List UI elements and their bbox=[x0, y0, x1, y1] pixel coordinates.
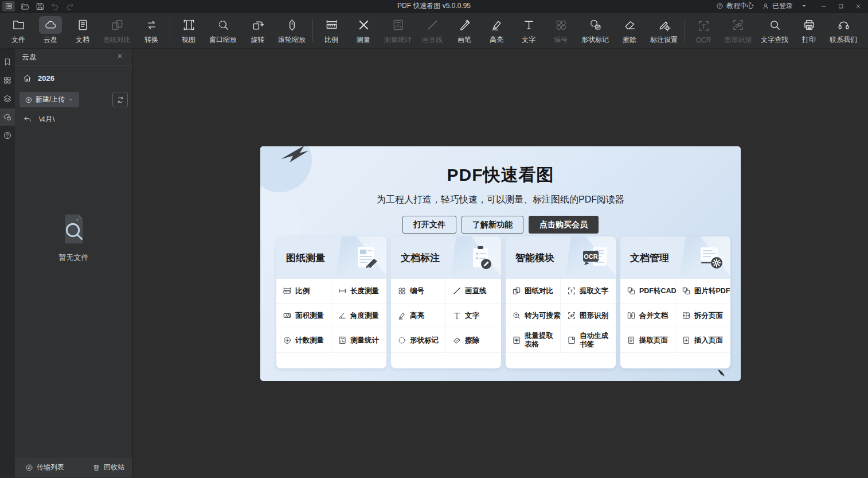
new-features-button[interactable]: 了解新功能 bbox=[462, 216, 523, 234]
card-item[interactable]: 计数测量 bbox=[276, 328, 331, 353]
buy-membership-button[interactable]: 点击购买会员 bbox=[529, 216, 599, 234]
card-item[interactable]: 画直线 bbox=[446, 279, 501, 304]
tool-cloud-drive[interactable]: 云盘 bbox=[34, 14, 67, 47]
maximize-button[interactable] bbox=[832, 0, 850, 13]
tool-pen[interactable]: 画笔 bbox=[448, 14, 480, 47]
card-item[interactable]: 比例 bbox=[276, 279, 331, 304]
headset-icon bbox=[837, 18, 850, 32]
tool-icon-box bbox=[246, 16, 269, 34]
transfer-list-label: 传输列表 bbox=[37, 463, 64, 472]
transfer-list-button[interactable]: 传输列表 bbox=[25, 463, 64, 472]
tool-shape-mark[interactable]: 形状标记 bbox=[577, 14, 613, 47]
tool-file[interactable]: 文件 bbox=[2, 14, 34, 47]
tool-icon-box bbox=[652, 16, 675, 34]
tool-highlight[interactable]: 高亮 bbox=[480, 14, 513, 47]
tool-label: 打印 bbox=[802, 35, 816, 45]
tool-text-search[interactable]: 文字查找 bbox=[756, 14, 793, 47]
app-logo-icon bbox=[2, 1, 15, 11]
tutorial-center-button[interactable]: 教程中心 bbox=[716, 1, 754, 11]
tool-erase[interactable]: 擦除 bbox=[613, 14, 646, 47]
it-table-icon bbox=[512, 336, 521, 345]
tool-text[interactable]: 文字 bbox=[513, 14, 545, 47]
rail-item-cloud-drive[interactable] bbox=[0, 108, 15, 126]
card-item[interactable]: 拆分页面 bbox=[675, 304, 730, 328]
tool-document[interactable]: 文档 bbox=[67, 14, 99, 47]
card-item[interactable]: 文字 bbox=[446, 304, 501, 328]
tool-rotate[interactable]: 旋转 bbox=[241, 14, 273, 47]
shape-recog-icon bbox=[732, 18, 745, 32]
chevron-down-icon[interactable] bbox=[801, 3, 807, 9]
card-item[interactable]: 编号 bbox=[391, 279, 446, 304]
minimize-button[interactable] bbox=[815, 0, 832, 13]
rail-item-thumbnails[interactable] bbox=[0, 72, 15, 89]
layers-icon bbox=[3, 94, 12, 103]
rail-item-bookmarks[interactable] bbox=[0, 53, 15, 71]
toolbar-separator bbox=[312, 19, 313, 42]
tool-window-zoom[interactable]: 窗口缩放 bbox=[205, 14, 241, 47]
home-folder-row[interactable]: 2026 bbox=[23, 74, 132, 83]
card-item[interactable]: 提取页面 bbox=[620, 328, 675, 353]
card-item[interactable]: 自动生成 书签 bbox=[561, 328, 616, 353]
tool-contact-us[interactable]: 联系我们 bbox=[825, 14, 862, 47]
card-item[interactable]: 角度测量 bbox=[331, 304, 386, 328]
it-searchable-icon bbox=[512, 311, 521, 320]
open-file-icon[interactable] bbox=[21, 2, 30, 11]
card-item[interactable]: 图形识别 bbox=[561, 304, 616, 328]
card-grid: 比例长度测量面积测量角度测量计数测量测量统计 bbox=[276, 279, 386, 353]
new-upload-button[interactable]: 新建/上传 bbox=[19, 92, 79, 107]
recycle-bin-button[interactable]: 回收站 bbox=[92, 463, 124, 472]
card-item[interactable]: 批量提取 表格 bbox=[506, 328, 561, 353]
user-icon bbox=[762, 2, 769, 10]
card-item[interactable]: 合并文档 bbox=[620, 304, 675, 328]
card-item[interactable]: 测量统计 bbox=[331, 328, 386, 353]
card-item[interactable]: 提取文字 bbox=[561, 279, 616, 304]
card-item-label: 比例 bbox=[295, 287, 310, 296]
card-item[interactable]: 高亮 bbox=[391, 304, 446, 328]
tool-icon-box bbox=[421, 16, 444, 34]
tool-annotation-settings[interactable]: 标注设置 bbox=[646, 14, 682, 47]
card-title: 图纸测量 bbox=[286, 251, 325, 265]
card-item[interactable]: 擦除 bbox=[446, 328, 501, 353]
tool-wheel-zoom[interactable]: 滚轮缩放 bbox=[273, 14, 310, 47]
tool-label: 比例 bbox=[324, 35, 338, 45]
card-item[interactable]: 形状标记 bbox=[391, 328, 446, 353]
tool-scale[interactable]: 比例 bbox=[315, 14, 347, 47]
tool-view[interactable]: 视图 bbox=[173, 14, 205, 47]
tool-print[interactable]: 打印 bbox=[793, 14, 825, 47]
tool-icon-box bbox=[212, 16, 234, 34]
tool-label: 联系我们 bbox=[830, 35, 857, 45]
tool-drawing-compare: 图纸对比 bbox=[99, 14, 135, 47]
card-item[interactable]: 图纸对比 bbox=[506, 279, 561, 304]
card-item[interactable]: 面积测量 bbox=[276, 304, 331, 328]
card-item[interactable]: 转为可搜索 bbox=[506, 304, 561, 328]
tool-label: 文档 bbox=[76, 35, 89, 45]
panel-close-button[interactable] bbox=[116, 52, 127, 63]
art-annotate-icon bbox=[466, 245, 495, 270]
tool-convert[interactable]: 转换 bbox=[135, 14, 167, 47]
card-item[interactable]: 长度测量 bbox=[331, 279, 386, 304]
rail-item-layers[interactable] bbox=[0, 90, 15, 107]
card-item[interactable]: 图片转PDF bbox=[675, 279, 730, 304]
account-button[interactable]: 已登录 bbox=[762, 1, 793, 11]
folder-path-row[interactable]: \4月\ bbox=[23, 114, 132, 125]
home-icon bbox=[23, 74, 32, 83]
tool-label: 擦除 bbox=[623, 35, 636, 45]
tool-label: 图形识别 bbox=[724, 35, 752, 45]
rail-item-help[interactable] bbox=[0, 127, 15, 144]
close-button[interactable] bbox=[850, 0, 867, 13]
tool-label: 画笔 bbox=[458, 35, 471, 45]
refresh-button[interactable] bbox=[112, 92, 128, 107]
tool-label: 测量 bbox=[357, 35, 370, 45]
refresh-icon bbox=[116, 96, 124, 104]
card-item-label: 转为可搜索 bbox=[525, 312, 561, 320]
card-item[interactable]: PDF转CAD bbox=[620, 279, 675, 304]
card-item[interactable]: 插入页面 bbox=[675, 328, 730, 353]
tool-icon-box bbox=[386, 16, 409, 34]
measure-stats-icon bbox=[392, 18, 405, 32]
tool-label: 文字 bbox=[522, 35, 535, 45]
open-file-button[interactable]: 打开文件 bbox=[402, 216, 456, 234]
tool-measure[interactable]: 测量 bbox=[347, 14, 380, 47]
save-icon[interactable] bbox=[36, 2, 45, 11]
tool-icon-box bbox=[618, 16, 641, 34]
login-status-label: 已登录 bbox=[772, 1, 793, 11]
